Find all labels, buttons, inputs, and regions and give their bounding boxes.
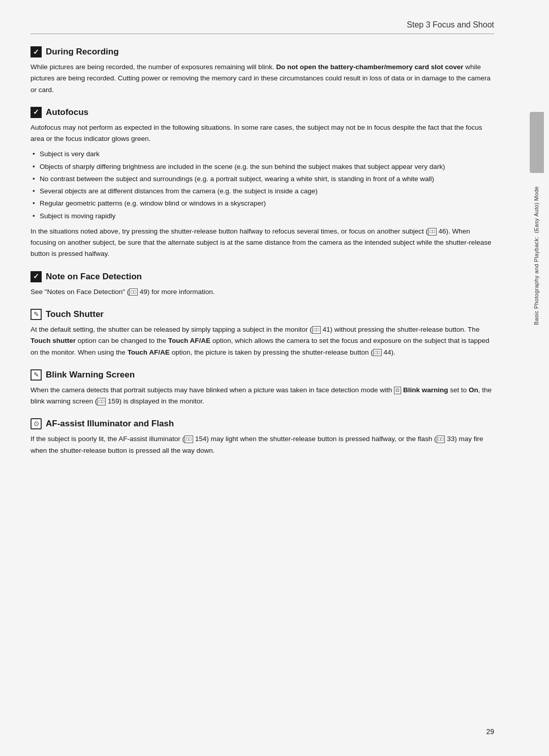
ref-icon: □□ bbox=[437, 435, 445, 443]
section-heading-af-assist: AF-assist Illuminator and Flash bbox=[30, 418, 494, 429]
sidebar-label: Basic Photography and Playback: (Easy Au… bbox=[533, 186, 540, 325]
sidebar-tab bbox=[530, 112, 544, 173]
section-heading-touch-shutter: Touch Shutter bbox=[30, 309, 494, 320]
list-item: No contrast between the subject and surr… bbox=[30, 173, 494, 185]
ref-icon: □□ bbox=[185, 435, 193, 443]
pencil-icon-blink-warning bbox=[30, 369, 42, 381]
list-item: Objects of sharply differing brightness … bbox=[30, 161, 494, 172]
main-content: Step 3 Focus and Shoot During Recording … bbox=[0, 0, 525, 756]
section-af-assist: AF-assist Illuminator and Flash If the s… bbox=[30, 418, 494, 456]
camera-icon-af-assist bbox=[30, 418, 42, 429]
section-heading-autofocus: Autofocus bbox=[30, 107, 494, 118]
check-icon-face-detection bbox=[30, 271, 42, 282]
ref-icon: □□ bbox=[312, 326, 321, 334]
section-heading-face-detection: Note on Face Detection bbox=[30, 271, 494, 282]
section-blink-warning: Blink Warning Screen When the camera det… bbox=[30, 369, 494, 408]
section-face-detection: Note on Face Detection See "Notes on Fac… bbox=[30, 271, 494, 298]
section-title-touch-shutter: Touch Shutter bbox=[46, 309, 104, 319]
section-title-autofocus: Autofocus bbox=[46, 107, 88, 118]
section-heading-during-recording: During Recording bbox=[30, 46, 494, 57]
pencil-icon-touch-shutter bbox=[30, 309, 42, 320]
ref-icon: □□ bbox=[129, 288, 138, 296]
check-icon-during-recording bbox=[30, 46, 42, 57]
during-recording-text: While pictures are being recorded, the n… bbox=[30, 62, 494, 96]
section-heading-blink-warning: Blink Warning Screen bbox=[30, 369, 494, 381]
ref-icon: □□ bbox=[97, 398, 106, 405]
ref-icon: □□ bbox=[373, 349, 382, 357]
autofocus-intro-text: Autofocus may not perform as expected in… bbox=[30, 122, 494, 145]
page-number: 29 bbox=[486, 728, 494, 736]
page-header-title: Step 3 Focus and Shoot bbox=[407, 20, 494, 30]
section-title-blink-warning: Blink Warning Screen bbox=[46, 370, 135, 380]
header-line: Step 3 Focus and Shoot bbox=[30, 20, 494, 34]
sidebar: Basic Photography and Playback: (Easy Au… bbox=[525, 0, 549, 756]
sidebar-text-container: Basic Photography and Playback: (Easy Au… bbox=[533, 186, 540, 325]
section-title-face-detection: Note on Face Detection bbox=[46, 272, 142, 282]
section-title-af-assist: AF-assist Illuminator and Flash bbox=[46, 419, 174, 429]
face-detection-text: See "Notes on Face Detection" (□□ 49) fo… bbox=[30, 286, 494, 298]
section-title-during-recording: During Recording bbox=[46, 47, 119, 57]
af-assist-text: If the subject is poorly lit, the AF-ass… bbox=[30, 433, 494, 456]
touch-shutter-text: At the default setting, the shutter can … bbox=[30, 324, 494, 358]
section-touch-shutter: Touch Shutter At the default setting, th… bbox=[30, 309, 494, 358]
list-item: Subject is moving rapidly bbox=[30, 211, 494, 222]
blink-warning-text: When the camera detects that portrait su… bbox=[30, 385, 494, 408]
autofocus-after-bullets-text: In the situations noted above, try press… bbox=[30, 226, 494, 260]
list-item: Several objects are at different distanc… bbox=[30, 186, 494, 197]
check-icon-autofocus bbox=[30, 107, 42, 118]
page: Step 3 Focus and Shoot During Recording … bbox=[0, 0, 549, 756]
ref-icon: ⊡ bbox=[394, 387, 401, 394]
ref-icon: □□ bbox=[428, 228, 437, 236]
section-autofocus: Autofocus Autofocus may not perform as e… bbox=[30, 107, 494, 260]
section-during-recording: During Recording While pictures are bein… bbox=[30, 46, 494, 96]
list-item: Subject is very dark bbox=[30, 149, 494, 160]
list-item: Regular geometric patterns (e.g. window … bbox=[30, 198, 494, 209]
autofocus-bullet-list: Subject is very dark Objects of sharply … bbox=[30, 149, 494, 222]
